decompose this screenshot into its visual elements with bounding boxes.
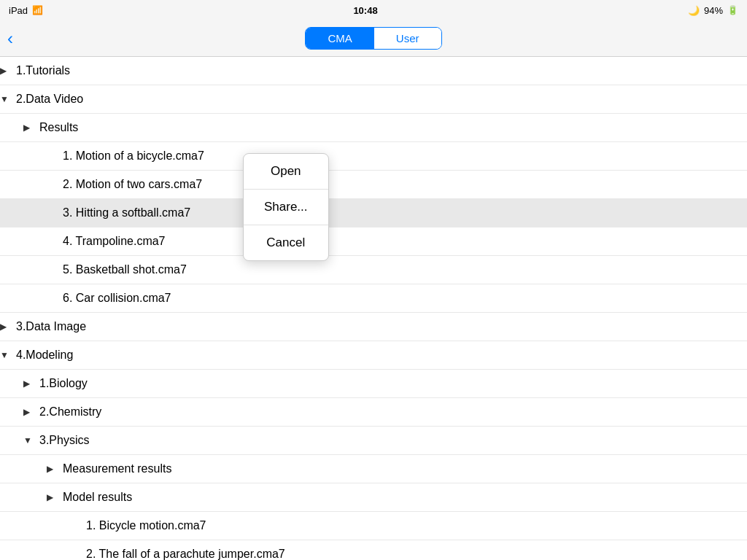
open-menu-item[interactable]: Open xyxy=(244,154,328,190)
share-menu-item[interactable]: Share... xyxy=(244,190,328,225)
cancel-menu-item[interactable]: Cancel xyxy=(244,225,328,260)
context-menu-overlay[interactable] xyxy=(0,0,747,560)
context-menu: Open Share... Cancel xyxy=(243,153,329,261)
